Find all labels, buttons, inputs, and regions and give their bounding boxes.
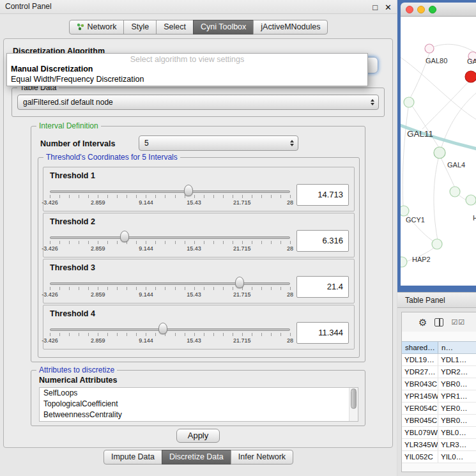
table-spacer [402, 332, 476, 341]
threshold-4-value-field[interactable]: 11.344 [296, 322, 349, 344]
threshold-2-slider-thumb[interactable] [120, 231, 129, 242]
table-row[interactable]: YDR27… YDR2… [402, 366, 476, 378]
tab-style[interactable]: Style [123, 20, 157, 35]
threshold-4-slider: -3.426 2.859 9.144 15.43 21.715 28 [50, 319, 290, 349]
tab-infer-network[interactable]: Infer Network [231, 450, 293, 464]
cell-shared-name[interactable]: YDL19… [402, 354, 438, 365]
network-node[interactable] [404, 97, 414, 107]
threshold-1-slider-thumb[interactable] [184, 185, 193, 196]
table-columns-icon[interactable] [434, 318, 443, 326]
cell-name[interactable]: YDR2… [438, 366, 476, 378]
interval-definition-group: Interval Definition Number of Intervals … [31, 126, 365, 362]
checkbox-select-icons[interactable]: ☑☑ [451, 318, 465, 326]
list-item-selfloops[interactable]: SelfLoops [40, 388, 358, 399]
slider-ticks [50, 195, 291, 198]
column-header-name[interactable]: n… [438, 342, 476, 353]
cell-shared-name[interactable]: YLR345W [402, 439, 438, 450]
table-row[interactable]: YIL052C YIL0… [402, 451, 476, 463]
table-row[interactable]: YBR045C YBR0… [402, 415, 476, 427]
cell-name[interactable]: YLR3… [438, 439, 476, 450]
table-panel: ⚙ ☑☑ shared… n… YDL19… YDL1… YDR27… YDR2… [397, 308, 476, 476]
scale-tick-label: 2.859 [91, 291, 105, 298]
list-item-betweennesscentrality[interactable]: BetweennessCentrality [40, 410, 358, 420]
network-node[interactable] [434, 147, 445, 158]
scale-tick-label: 9.144 [139, 245, 153, 252]
threshold-3-slider-thumb[interactable] [235, 277, 244, 288]
network-node[interactable] [450, 187, 460, 197]
number-of-intervals-combobox[interactable]: 5 [139, 135, 298, 151]
tab-network[interactable]: Network [69, 20, 125, 35]
threshold-1-value-field[interactable]: 14.713 [296, 184, 349, 206]
cell-shared-name[interactable]: YBR045C [402, 415, 438, 426]
network-node-selected[interactable] [465, 71, 476, 82]
table-row[interactable]: YBL079W YBL0… [402, 427, 476, 439]
cell-shared-name[interactable]: YER054C [402, 403, 438, 414]
algorithm-option-manual[interactable]: Manual Discretization [7, 64, 367, 74]
close-window-icon[interactable]: ✕ [385, 1, 392, 14]
scrollbar-thumb[interactable] [351, 388, 357, 409]
threshold-4-slider-thumb[interactable] [158, 323, 167, 334]
list-item-topologicalcoefficient[interactable]: TopologicalCoefficient [40, 399, 358, 410]
scale-tick-label: 28 [287, 245, 293, 252]
cell-shared-name[interactable]: YPR145W [402, 390, 438, 402]
tab-discretize-data[interactable]: Discretize Data [162, 450, 231, 464]
table-row[interactable]: YDL19… YDL1… [402, 354, 476, 366]
interval-definition-label: Interval Definition [36, 121, 101, 130]
list-scrollbar[interactable] [349, 388, 358, 421]
apply-button[interactable]: Apply [176, 429, 220, 443]
gear-icon[interactable]: ⚙ [418, 318, 427, 327]
node-label-gal80: GAL80 [426, 57, 447, 65]
traffic-light-minimize-icon[interactable] [417, 6, 425, 13]
tab-select[interactable]: Select [156, 20, 194, 35]
cell-name[interactable]: YBR0… [438, 415, 476, 426]
cell-shared-name[interactable]: YIL052C [402, 451, 438, 463]
slider-track[interactable] [50, 236, 290, 239]
threshold-2-value-field[interactable]: 6.316 [296, 230, 349, 252]
column-header-shared-name[interactable]: shared… [402, 342, 438, 353]
network-node[interactable] [432, 239, 442, 249]
network-node[interactable] [425, 44, 434, 53]
control-panel-titlebar[interactable]: Control Panel □ ✕ [0, 0, 397, 14]
tab-select-label: Select [164, 22, 186, 31]
slider-track[interactable] [50, 328, 290, 331]
cell-name[interactable]: YBR0… [438, 378, 476, 390]
table-data-group: Table Data galFiltered.sif default node [12, 88, 385, 117]
tab-jactivemnodules[interactable]: jActiveMNodules [253, 20, 328, 35]
cell-shared-name[interactable]: YBL079W [402, 427, 438, 438]
table-data-combobox[interactable]: galFiltered.sif default node [17, 95, 379, 110]
table-row[interactable]: YLR345W YLR3… [402, 439, 476, 451]
cell-name[interactable]: YDL1… [438, 354, 476, 365]
network-window: GAL80 GA GAL11 GAL4 GCY1 H HAP2 [401, 3, 476, 286]
table-row[interactable]: YER054C YER0… [402, 403, 476, 415]
node-label-partial-right: H [473, 214, 476, 222]
traffic-light-zoom-icon[interactable] [429, 6, 436, 13]
cell-name[interactable]: YIL0… [438, 451, 476, 463]
float-window-icon[interactable]: □ [372, 1, 378, 14]
network-canvas[interactable]: GAL80 GA GAL11 GAL4 GCY1 H HAP2 [401, 17, 476, 286]
numerical-attributes-list: SelfLoops TopologicalCoefficient Between… [39, 387, 358, 422]
table-row[interactable]: YPR145W YPR1… [402, 390, 476, 403]
cyni-bottom-tabs: Impute Data Discretize Data Infer Networ… [0, 450, 397, 464]
slider-track[interactable] [50, 190, 290, 193]
tab-cyni-toolbox[interactable]: Cyni Toolbox [193, 20, 254, 35]
tab-infer-network-label: Infer Network [238, 452, 286, 461]
table-row[interactable]: YBR043C YBR0… [402, 378, 476, 390]
cell-shared-name[interactable]: YDR27… [402, 366, 438, 378]
table-panel-titlebar[interactable]: Table Panel [397, 292, 476, 308]
combo-stepper-icon [371, 99, 374, 105]
slider-track[interactable] [50, 282, 290, 285]
network-node[interactable] [466, 195, 476, 205]
network-window-titlebar[interactable] [401, 3, 476, 17]
threshold-3-value-field[interactable]: 21.4 [296, 276, 349, 298]
threshold-2-label: Threshold 2 [50, 217, 95, 226]
cell-name[interactable]: YPR1… [438, 390, 476, 402]
threshold-3-panel: Threshold 3 -3.426 2.859 9.144 15.43 21.… [43, 259, 355, 303]
cell-name[interactable]: YER0… [438, 403, 476, 414]
network-node[interactable] [401, 257, 407, 267]
network-node[interactable] [401, 206, 409, 216]
tab-impute-data[interactable]: Impute Data [104, 450, 162, 464]
algorithm-option-equal-width[interactable]: Equal Width/Frequency Discretization [7, 74, 367, 84]
traffic-light-close-icon[interactable] [406, 6, 413, 13]
cell-shared-name[interactable]: YBR043C [402, 378, 438, 390]
cell-name[interactable]: YBL0… [438, 427, 476, 438]
